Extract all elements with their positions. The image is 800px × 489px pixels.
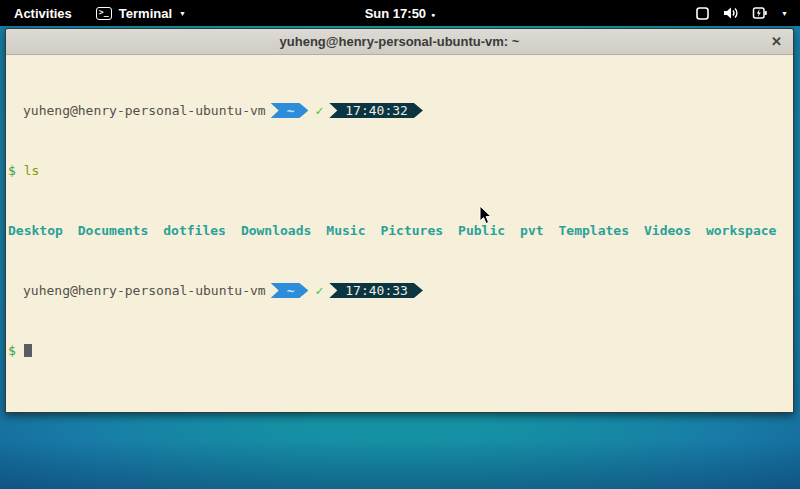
cwd-ribbon: ~ xyxy=(271,103,309,118)
clock-label: Sun 17:50 xyxy=(365,6,426,21)
prompt-line: yuheng@henry-personal-ubuntu-vm ~ ✓ 17:4… xyxy=(8,283,793,298)
mouse-cursor-icon xyxy=(479,206,493,226)
activities-label: Activities xyxy=(14,6,72,21)
directory-item: Pictures xyxy=(380,223,443,238)
system-caret-down-icon: ▼ xyxy=(781,10,788,17)
top-bar: Activities >_ Terminal ▼ Sun 17:50 ● xyxy=(0,0,800,26)
battery-charging-icon xyxy=(752,6,768,20)
chevron-down-icon: ▼ xyxy=(179,10,186,17)
app-menu-terminal[interactable]: >_ Terminal ▼ xyxy=(86,0,196,26)
cwd-ribbon: ~ xyxy=(271,283,309,298)
volume-icon xyxy=(723,6,739,20)
terminal-content[interactable]: yuheng@henry-personal-ubuntu-vm ~ ✓ 17:4… xyxy=(6,55,793,412)
time-ribbon: 17:40:33 xyxy=(329,283,423,298)
terminal-app-icon: >_ xyxy=(96,7,112,20)
prompt-user-host: yuheng@henry-personal-ubuntu-vm xyxy=(23,103,266,118)
status-check-icon: ✓ xyxy=(315,283,323,298)
clock-button[interactable]: Sun 17:50 ● xyxy=(365,6,436,21)
time-ribbon: 17:40:32 xyxy=(329,103,423,118)
command-line: $ ls xyxy=(8,163,793,178)
directory-item: Downloads xyxy=(241,223,311,238)
titlebar[interactable]: yuheng@henry-personal-ubuntu-vm: ~ ✕ xyxy=(6,29,793,55)
notification-dot-icon: ● xyxy=(431,11,435,18)
desktop: Activities >_ Terminal ▼ Sun 17:50 ● xyxy=(0,0,800,489)
directory-item: pvt xyxy=(520,223,543,238)
command-text: ls xyxy=(24,163,40,178)
directory-item: workspace xyxy=(706,223,776,238)
directory-item: dotfiles xyxy=(163,223,226,238)
directory-item: Music xyxy=(326,223,365,238)
directory-item: Documents xyxy=(78,223,148,238)
app-menu-label: Terminal xyxy=(119,6,172,21)
prompt-symbol: $ xyxy=(8,163,16,178)
system-tray-menu[interactable]: ▼ xyxy=(683,0,800,26)
prompt-user-host: yuheng@henry-personal-ubuntu-vm xyxy=(23,283,266,298)
directory-item: Desktop xyxy=(8,223,63,238)
directory-item: Videos xyxy=(644,223,691,238)
cursor-line: $ xyxy=(8,343,793,358)
prompt-symbol: $ xyxy=(8,343,16,358)
terminal-window: yuheng@henry-personal-ubuntu-vm: ~ ✕ yuh… xyxy=(5,28,794,413)
status-check-icon: ✓ xyxy=(315,103,323,118)
activities-button[interactable]: Activities xyxy=(0,0,86,26)
ls-output-line: DesktopDocumentsdotfilesDownloadsMusicPi… xyxy=(8,223,793,238)
prompt-line: yuheng@henry-personal-ubuntu-vm ~ ✓ 17:4… xyxy=(8,103,793,118)
directory-item: Templates xyxy=(559,223,629,238)
window-title: yuheng@henry-personal-ubuntu-vm: ~ xyxy=(280,34,520,49)
display-icon xyxy=(695,6,710,21)
block-cursor xyxy=(24,344,32,357)
close-icon[interactable]: ✕ xyxy=(771,29,782,54)
